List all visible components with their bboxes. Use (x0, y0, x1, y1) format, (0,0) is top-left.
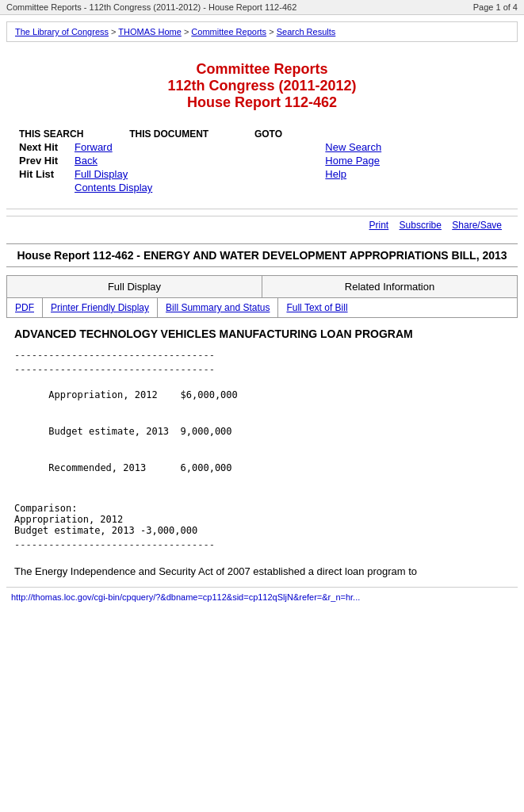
nav-home-page[interactable]: Home Page (325, 155, 380, 167)
appropriation-label: Appropriation, 2012 (48, 389, 180, 400)
full-text-bill-link[interactable]: Full Text of Bill (286, 302, 347, 313)
nav-contents-display[interactable]: Contents Display (75, 182, 152, 193)
budget-estimate-row: Budget estimate, 2013 9,000,000 (14, 415, 510, 448)
comp-appropriation-label: Appropriation, 2012 (14, 514, 123, 525)
nav-new-search[interactable]: New Search (325, 141, 381, 153)
pdf-link[interactable]: PDF (15, 302, 34, 313)
comparison-budget: Budget estimate, 2013 -3,000,000 (14, 525, 510, 536)
comparison-section: Comparison: Appropriation, 2012 Budget e… (14, 503, 510, 536)
nav-label-next-hit: Next Hit (16, 140, 71, 154)
recommended-value: 6,000,000 (181, 462, 232, 473)
footer-url: http://thomas.loc.gov/cgi-bin/cpquery/?&… (6, 587, 518, 607)
content-area: ADVANCED TECHNOLOGY VEHICLES MANUFACTURI… (6, 327, 518, 577)
recommended-label: Recommended, 2013 (48, 462, 180, 473)
subscribe-link[interactable]: Subscribe (400, 220, 442, 231)
divider-3: ----------------------------------- (14, 539, 510, 550)
recommended-row: Recommended, 2013 6,000,000 (14, 451, 510, 485)
breadcrumb-library[interactable]: The Library of Congress (15, 27, 109, 36)
bill-summary-link[interactable]: Bill Summary and Status (166, 302, 270, 313)
appropriation-row: Appropriation, 2012 $6,000,000 (14, 378, 510, 412)
printer-friendly-link[interactable]: Printer Friendly Display (51, 302, 149, 313)
content-heading: ADVANCED TECHNOLOGY VEHICLES MANUFACTURI… (14, 327, 510, 340)
breadcrumb-committee[interactable]: Committee Reports (191, 27, 266, 36)
budget-estimate-label: Budget estimate, 2013 (48, 426, 180, 437)
divider-2: ----------------------------------- (14, 364, 510, 375)
tab-link-bill-summary: Bill Summary and Status (158, 298, 278, 317)
nav-section: THIS SEARCH THIS DOCUMENT GOTO Next Hit … (0, 119, 524, 202)
report-heading: House Report 112-462 - ENERGY AND WATER … (6, 243, 518, 267)
tab-related-information[interactable]: Related Information (262, 276, 517, 297)
report-title-line2: 112th Congress (2011-2012) (16, 78, 508, 94)
nav-label-hit-list: Hit List (16, 167, 71, 181)
tab-full-display[interactable]: Full Display (7, 276, 262, 297)
display-tabs-container: Full Display Related Information PDF Pri… (6, 275, 518, 318)
label-this-search: THIS SEARCH (19, 128, 83, 140)
print-link[interactable]: Print (369, 220, 389, 231)
report-title-line1: Committee Reports (16, 61, 508, 78)
comp-budget-label: Budget estimate, 2013 (14, 525, 135, 536)
tab-link-printer: Printer Friendly Display (43, 298, 158, 317)
breadcrumb-thomas[interactable]: THOMAS Home (118, 27, 181, 36)
label-goto: GOTO (254, 128, 282, 140)
nav-label-prev-hit: Prev Hit (16, 154, 71, 167)
tab-link-full-text: Full Text of Bill (278, 298, 355, 317)
content-paragraph: The Energy Independence and Security Act… (14, 565, 510, 577)
label-this-document: THIS DOCUMENT (129, 128, 208, 140)
report-title-line3: House Report 112-462 (16, 94, 508, 111)
nav-back[interactable]: Back (75, 155, 98, 167)
nav-help[interactable]: Help (325, 168, 346, 180)
comparison-appropriation: Appropriation, 2012 (14, 514, 510, 525)
action-bar: Print Subscribe Share/Save (6, 216, 518, 234)
comp-budget-value: -3,000,000 (140, 525, 197, 536)
nav-forward[interactable]: Forward (75, 141, 113, 153)
divider-1: ----------------------------------- (14, 350, 510, 361)
window-title: Committee Reports - 112th Congress (2011… (6, 2, 296, 12)
share-save-link[interactable]: Share/Save (452, 220, 502, 231)
tab-link-pdf: PDF (7, 298, 43, 317)
appropriation-value: $6,000,000 (181, 389, 238, 400)
budget-estimate-value: 9,000,000 (181, 426, 232, 437)
nav-full-display[interactable]: Full Display (75, 168, 128, 180)
page-info: Page 1 of 4 (473, 2, 518, 12)
breadcrumb: The Library of Congress > THOMAS Home > … (6, 21, 518, 42)
comparison-label: Comparison: (14, 503, 510, 514)
report-header: Committee Reports 112th Congress (2011-2… (0, 48, 524, 119)
breadcrumb-search[interactable]: Search Results (277, 27, 336, 36)
